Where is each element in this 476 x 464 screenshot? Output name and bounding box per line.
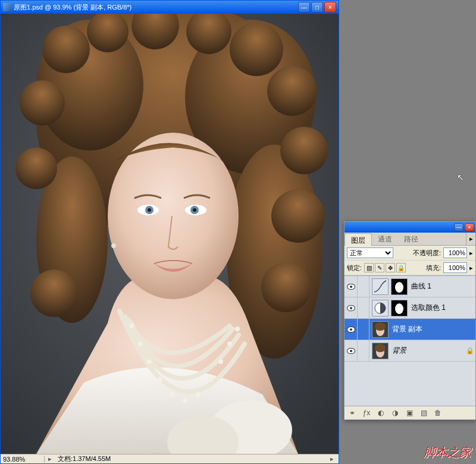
tab-paths[interactable]: 路径 [398, 233, 424, 245]
panel-menu-icon[interactable]: ▸ [466, 233, 475, 245]
window-buttons: — □ × [298, 2, 336, 12]
lock-buttons: ▨ ✎ ✥ 🔒 [364, 263, 406, 272]
watermark-url: www.jb51.net [429, 457, 471, 464]
lock-fill-row: 锁定: ▨ ✎ ✥ 🔒 填充: ▸ [345, 261, 475, 275]
add-mask-icon[interactable]: ◐ [375, 408, 386, 418]
maximize-button[interactable]: □ [311, 2, 323, 12]
svg-point-30 [147, 359, 152, 364]
layer-row[interactable]: 选取颜色 1 [345, 297, 475, 319]
opacity-menu-icon[interactable]: ▸ [469, 249, 473, 257]
layer-name[interactable]: 背景 副本 [391, 324, 475, 334]
svg-point-26 [193, 208, 196, 212]
document-title: 原图1.psd @ 93.9% (背景 副本, RGB/8*) [14, 3, 298, 12]
minimize-button[interactable]: — [298, 2, 310, 12]
svg-point-35 [208, 377, 212, 382]
eye-icon [347, 327, 355, 333]
svg-point-48 [375, 322, 386, 331]
document-canvas[interactable] [1, 14, 339, 454]
svg-point-6 [42, 26, 90, 73]
link-layers-icon[interactable]: ⚭ [347, 408, 358, 418]
svg-point-10 [230, 23, 283, 76]
layer-thumb[interactable] [372, 343, 389, 359]
svg-point-29 [138, 341, 143, 346]
close-button[interactable]: × [324, 2, 336, 12]
fill-menu-icon[interactable]: ▸ [469, 264, 473, 272]
tab-channels[interactable]: 通道 [372, 233, 398, 245]
lock-icon: 🔒 [466, 347, 475, 355]
eye-icon [347, 348, 355, 354]
svg-point-36 [218, 359, 223, 364]
new-group-icon[interactable]: ▣ [404, 408, 415, 418]
link-cell[interactable] [358, 319, 369, 340]
visibility-toggle[interactable] [345, 319, 358, 340]
svg-point-25 [148, 208, 151, 212]
layer-name[interactable]: 曲线 1 [410, 281, 475, 291]
lock-position-icon[interactable]: ✥ [386, 263, 395, 272]
zoom-field[interactable]: 93.88% [3, 456, 45, 463]
svg-point-15 [20, 80, 65, 126]
document-info: 文档:1.37M/4.55M [55, 454, 111, 463]
new-layer-icon[interactable]: ▤ [418, 408, 429, 418]
svg-point-20 [108, 133, 239, 299]
panel-titlebar[interactable]: — × [345, 222, 475, 233]
layer-name[interactable]: 选取颜色 1 [410, 303, 475, 313]
opacity-input[interactable] [443, 247, 467, 258]
svg-point-45 [395, 303, 403, 314]
document-window: 原图1.psd @ 93.9% (背景 副本, RGB/8*) — □ × [0, 0, 339, 464]
layer-thumb[interactable] [372, 321, 389, 338]
visibility-toggle[interactable] [345, 340, 358, 361]
lock-transparency-icon[interactable]: ▨ [364, 263, 374, 272]
layers-panel: — × 图层 通道 路径 ▸ 正常 不透明度: ▸ 锁定: ▨ ✎ ✥ 🔒 填充… [344, 221, 476, 420]
link-cell[interactable] [358, 297, 369, 318]
panel-close-button[interactable]: × [465, 223, 474, 231]
blend-mode-select[interactable]: 正常 [347, 247, 393, 258]
layer-thumb[interactable] [372, 278, 389, 295]
tab-layers[interactable]: 图层 [345, 233, 372, 246]
visibility-toggle[interactable] [345, 297, 358, 318]
svg-point-33 [183, 398, 187, 403]
statusbar-menu-icon[interactable]: ▸ [328, 455, 336, 463]
svg-point-11 [267, 66, 317, 116]
svg-point-27 [111, 243, 116, 248]
document-titlebar[interactable]: 原图1.psd @ 93.9% (背景 副本, RGB/8*) — □ × [1, 1, 339, 14]
svg-point-32 [170, 392, 174, 397]
fill-input[interactable] [443, 262, 467, 273]
layer-mask-thumb[interactable] [391, 278, 408, 295]
layer-style-icon[interactable]: ƒx [361, 408, 372, 418]
svg-point-37 [227, 341, 232, 346]
svg-point-16 [15, 148, 57, 189]
panel-minimize-button[interactable]: — [454, 223, 464, 231]
svg-point-28 [129, 324, 134, 328]
layer-mask-thumb[interactable] [391, 300, 408, 316]
opacity-label: 不透明度: [413, 249, 441, 258]
layer-row[interactable]: 背景🔒 [345, 340, 475, 362]
lock-label: 锁定: [347, 264, 362, 272]
cursor-icon: ↖ [457, 173, 464, 182]
layer-row[interactable]: 曲线 1 [345, 276, 475, 297]
blend-opacity-row: 正常 不透明度: ▸ [345, 246, 475, 261]
link-cell[interactable] [358, 276, 369, 297]
svg-point-38 [235, 327, 240, 331]
layers-list: 曲线 1选取颜色 1背景 副本背景🔒 [345, 275, 475, 406]
new-adjustment-icon[interactable]: ◑ [390, 408, 400, 418]
svg-point-51 [375, 344, 386, 352]
lock-all-icon[interactable]: 🔒 [396, 263, 406, 272]
eye-icon [347, 284, 355, 290]
visibility-toggle[interactable] [345, 276, 358, 297]
panel-tabs: 图层 通道 路径 ▸ [345, 233, 475, 246]
svg-point-17 [30, 269, 78, 317]
panel-footer: ⚭ ƒx ◐ ◑ ▣ ▤ 🗑 [345, 406, 475, 419]
document-statusbar: 93.88% ▸ 文档:1.37M/4.55M ▸ [1, 454, 339, 463]
layer-name[interactable]: 背景 [391, 346, 466, 356]
delete-layer-icon[interactable]: 🗑 [433, 408, 443, 418]
lock-pixels-icon[interactable]: ✎ [375, 263, 384, 272]
zoom-menu-icon[interactable]: ▸ [45, 455, 55, 463]
eye-icon [347, 305, 355, 311]
layer-row[interactable]: 背景 副本 [345, 319, 475, 340]
svg-point-31 [158, 377, 162, 382]
link-cell[interactable] [358, 340, 369, 361]
layer-thumb[interactable] [372, 300, 389, 316]
ps-file-icon [3, 3, 11, 11]
fill-label: 填充: [426, 264, 441, 272]
svg-point-41 [395, 282, 403, 293]
